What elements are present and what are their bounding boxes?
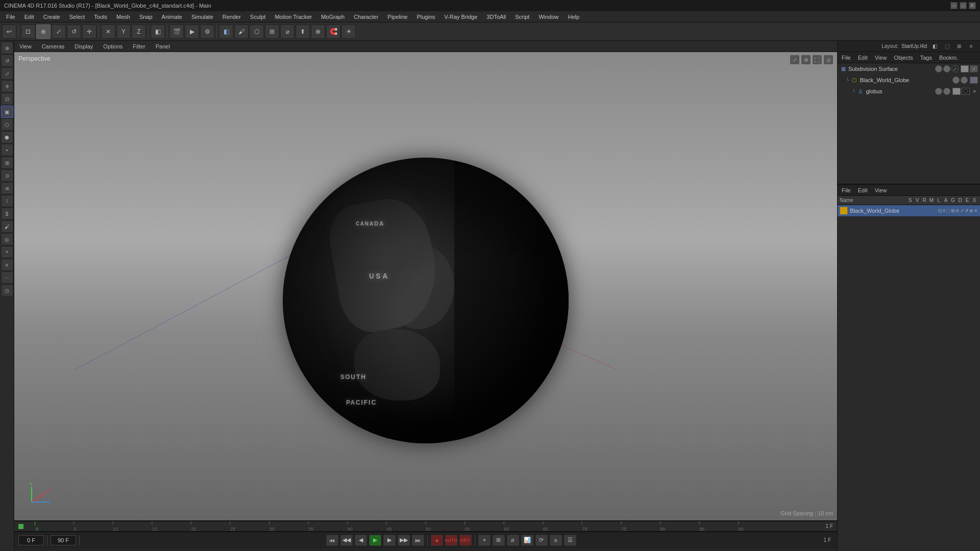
vp-settings-icon[interactable]: ⚙ xyxy=(801,55,811,64)
vp-menu-cameras[interactable]: Cameras xyxy=(40,42,67,51)
mat-mgr-edit[interactable]: Edit xyxy=(856,186,870,194)
mat-icon-1[interactable]: ⊡ xyxy=(938,208,942,213)
go-to-start-button[interactable]: ⏮ xyxy=(326,535,338,546)
lt-mograph[interactable]: ◎ xyxy=(1,233,13,245)
fcurve-button[interactable]: ⌀ xyxy=(507,535,519,546)
minimize-button[interactable]: ─ xyxy=(950,2,958,9)
lt-camera-rotate[interactable]: ↺ xyxy=(1,55,13,67)
lt-edge-mode[interactable]: ⬢ xyxy=(1,131,13,143)
lt-texture-mode[interactable]: ⊙ xyxy=(1,169,13,182)
z-axis-mode[interactable]: Z xyxy=(132,24,146,39)
snapping-button[interactable]: ⌖ xyxy=(478,535,491,546)
no-select-mode[interactable]: ✕ xyxy=(101,24,115,39)
menu-select[interactable]: Select xyxy=(65,13,89,21)
scale-tool[interactable]: ⤢ xyxy=(52,24,66,39)
lt-model-mode[interactable]: ▣ xyxy=(1,106,13,118)
record-button[interactable]: ● xyxy=(431,535,443,546)
polygon-pen[interactable]: ⬡ xyxy=(250,24,264,39)
knife-tool[interactable]: ⌀ xyxy=(280,24,295,39)
timeline-ruler[interactable]: 0 5 10 15 20 25 30 35 xyxy=(14,521,837,532)
dope-sheet-button[interactable]: ⊞ xyxy=(493,535,505,546)
go-to-end-button[interactable]: ⏭ xyxy=(412,535,424,546)
extrude-tool[interactable]: ⬆ xyxy=(296,24,310,39)
tag-1[interactable] xyxy=(961,65,969,72)
ctrl-check[interactable]: ✓ xyxy=(951,65,959,72)
lt-quantize[interactable]: ≡ xyxy=(1,259,13,271)
powertracks-button[interactable]: ≡ xyxy=(550,535,562,546)
lt-select-all[interactable]: ⊡ xyxy=(1,93,13,105)
ctrl-v[interactable] xyxy=(943,65,950,72)
lt-poly-mode[interactable]: ⬡ xyxy=(1,118,13,131)
vp-menu-display[interactable]: Display xyxy=(72,42,95,51)
globe-ctrl-s[interactable] xyxy=(952,77,960,84)
step-back-button[interactable]: ◀◀ xyxy=(340,535,353,546)
obj-row-subdivision[interactable]: ⊞ Subdivision Surface ✓ ✓ xyxy=(838,63,980,74)
menu-motion-tracker[interactable]: Motion Tracker xyxy=(271,13,316,21)
globus-tag-dot[interactable] xyxy=(962,88,970,95)
mat-mgr-file[interactable]: File xyxy=(840,186,853,194)
rotate-tool[interactable]: ↺ xyxy=(67,24,81,39)
layout-icon-3[interactable]: ⊞ xyxy=(954,42,964,51)
vp-menu-panel[interactable]: Panel xyxy=(154,42,172,51)
lt-snap[interactable]: ⌖ xyxy=(1,246,13,258)
obj-mgr-view[interactable]: View xyxy=(873,54,889,62)
globus-ctrl-s[interactable] xyxy=(935,88,942,95)
globe-tag-1[interactable] xyxy=(970,77,978,84)
menu-pipeline[interactable]: Pipeline xyxy=(383,13,411,21)
paint-tool[interactable]: 🖌 xyxy=(234,24,249,39)
menu-snap[interactable]: Snap xyxy=(135,13,157,21)
motion-path-button[interactable]: ⟳ xyxy=(535,535,548,546)
menu-character[interactable]: Character xyxy=(350,13,382,21)
lt-sculpt-mode[interactable]: ≋ xyxy=(1,182,13,194)
mat-icon-3[interactable]: ⬚ xyxy=(946,208,950,213)
step-forward-button[interactable]: ▶▶ xyxy=(398,535,410,546)
obj-mgr-bookm[interactable]: Bookm. xyxy=(937,54,960,62)
close-button[interactable]: ✕ xyxy=(969,2,976,9)
menu-sculpt[interactable]: Sculpt xyxy=(246,13,270,21)
mat-icon-7[interactable]: ↺ xyxy=(965,208,969,213)
menu-script[interactable]: Script xyxy=(511,13,533,21)
move-tool[interactable]: ⊕ xyxy=(36,24,51,39)
play-button[interactable]: ▶ xyxy=(369,535,381,546)
lt-point-mode[interactable]: • xyxy=(1,144,13,156)
magnet-tool[interactable]: 🧲 xyxy=(326,24,340,39)
menu-file[interactable]: File xyxy=(2,13,19,21)
lt-camera-pan[interactable]: ✛ xyxy=(1,80,13,92)
mat-mgr-view[interactable]: View xyxy=(873,186,889,194)
ctrl-s[interactable] xyxy=(935,65,942,72)
multi-transform-tool[interactable]: ✛ xyxy=(82,24,96,39)
render-viewport[interactable]: 🎬 xyxy=(169,24,184,39)
mat-icon-6[interactable]: ⤢ xyxy=(960,208,964,213)
live-select-tool[interactable]: ⊡ xyxy=(21,24,35,39)
lt-soft-selection[interactable]: ⋯ xyxy=(1,271,13,284)
timeline-button[interactable]: 📊 xyxy=(521,535,533,546)
viewport-3d[interactable]: Perspective ⤢ ⚙ ⛶ ◎ xyxy=(14,52,837,520)
menu-vray[interactable]: V-Ray Bridge xyxy=(440,13,482,21)
obj-mgr-tags[interactable]: Tags xyxy=(918,54,934,62)
menu-mesh[interactable]: Mesh xyxy=(112,13,134,21)
select-model[interactable]: ◧ xyxy=(151,24,165,39)
mat-icon-4[interactable]: ⊞ xyxy=(951,208,955,213)
vp-menu-filter[interactable]: Filter xyxy=(131,42,147,51)
clone-tool[interactable]: ⊕ xyxy=(311,24,325,39)
layout-icon-4[interactable]: ≡ xyxy=(967,42,976,51)
lt-paint-mode[interactable]: 🖌 xyxy=(1,220,13,233)
auto-key-button[interactable]: AUTO xyxy=(445,535,457,546)
keyframe-button[interactable]: KEY xyxy=(459,535,472,546)
menu-plugins[interactable]: Plugins xyxy=(412,13,439,21)
obj-row-globe[interactable]: └ ⬡ Black_World_Globe xyxy=(844,74,980,86)
menu-edit[interactable]: Edit xyxy=(20,13,38,21)
end-frame-input[interactable] xyxy=(51,535,76,545)
obj-mgr-edit[interactable]: Edit xyxy=(856,54,870,62)
vp-menu-options[interactable]: Options xyxy=(101,42,125,51)
menu-render[interactable]: Render xyxy=(218,13,245,21)
lt-only-render[interactable]: ◷ xyxy=(1,284,13,296)
menu-tools[interactable]: Tools xyxy=(90,13,111,21)
vp-fullscreen-icon[interactable]: ⛶ xyxy=(813,55,822,64)
menu-3dtoall[interactable]: 3DToAll xyxy=(482,13,510,21)
mat-row-globe[interactable]: Black_World_Globe ⊡ ≡ ⬚ ⊞ ≋ ⤢ ↺ ⊕ ✕ xyxy=(838,205,980,216)
current-frame-input[interactable] xyxy=(18,535,44,545)
mat-icon-5[interactable]: ≋ xyxy=(955,208,960,213)
vp-menu-view[interactable]: View xyxy=(17,42,34,51)
lt-camera-zoom[interactable]: ⤢ xyxy=(1,67,13,80)
